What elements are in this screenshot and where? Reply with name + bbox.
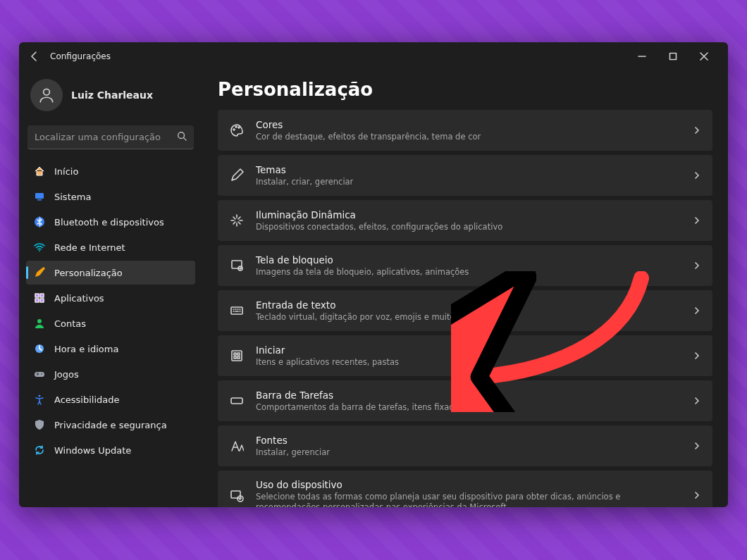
card-title: Fontes [256,435,681,446]
profile[interactable]: Luiz Charleaux [26,70,195,123]
sidebar-item-label: Windows Update [54,445,131,456]
chevron-right-icon [693,214,701,228]
settings-card-palette[interactable]: Cores Cor de destaque, efeitos de transp… [218,110,712,151]
svg-point-16 [233,129,235,130]
chevron-right-icon [693,124,701,137]
sidebar-item-time[interactable]: Hora e idioma [26,337,195,361]
wifi-icon [33,241,46,254]
svg-rect-26 [237,356,240,359]
maximize-button[interactable] [658,42,689,70]
svg-point-11 [37,319,42,323]
avatar [30,79,63,111]
svg-point-17 [235,126,237,127]
brush-icon [33,266,46,279]
chevron-right-icon [693,394,701,408]
keyboard-icon [229,303,245,318]
device-use-icon [229,488,245,504]
back-button[interactable] [29,51,40,62]
profile-name: Luiz Charleaux [71,89,153,101]
settings-card-taskbar[interactable]: Barra de Tarefas Comportamentos da barra… [218,380,712,421]
svg-rect-21 [231,307,242,314]
palette-icon [229,123,245,138]
close-button[interactable] [689,42,720,70]
time-icon [33,342,46,355]
card-description: Dispositivos conectados, efeitos, config… [256,222,681,232]
gaming-icon [33,368,46,380]
card-description: Teclado virtual, digitação por voz, emoj… [256,312,681,323]
sidebar-item-gaming[interactable]: Jogos [26,362,195,386]
settings-card-sparkle[interactable]: Iluminação Dinâmica Dispositivos conecta… [218,200,712,241]
sidebar-item-apps[interactable]: Aplicativos [26,286,195,310]
minimize-button[interactable] [626,42,658,70]
sidebar-item-wifi[interactable]: Rede e Internet [26,235,195,259]
font-icon [229,438,245,454]
window-title: Configurações [50,51,626,61]
card-description: Cor de destaque, efeitos de transparênci… [256,132,681,142]
card-title: Tela de bloqueio [256,254,681,266]
card-title: Barra de Tarefas [256,390,681,401]
sidebar-item-label: Privacidade e segurança [54,420,167,430]
card-description: Instalar, criar, gerenciar [256,177,681,187]
settings-card-pen[interactable]: Temas Instalar, criar, gerenciar [218,155,712,196]
card-description: Instalar, gerenciar [256,447,681,458]
account-icon [33,317,46,330]
search-icon [177,130,187,144]
main-content: Personalização Cores Cor de destaque, ef… [202,70,728,507]
settings-card-start[interactable]: Iniciar Itens e aplicativos recentes, pa… [218,335,712,376]
settings-card-font[interactable]: Fontes Instalar, gerenciar [218,425,712,466]
sidebar-item-update[interactable]: Windows Update [26,438,195,462]
sidebar-item-label: Acessibilidade [54,394,120,405]
sidebar-item-account[interactable]: Contas [26,311,195,335]
search-placeholder: Localizar uma configuração [35,132,177,142]
settings-cards: Cores Cor de destaque, efeitos de transp… [218,110,712,507]
page-heading: Personalização [218,79,712,100]
svg-point-14 [41,373,42,375]
svg-point-6 [39,250,40,251]
svg-rect-25 [234,356,236,359]
svg-rect-7 [35,294,39,297]
sidebar-item-accessibility[interactable]: Acessibilidade [26,387,195,411]
sidebar-item-label: Jogos [54,369,79,380]
svg-rect-13 [35,372,44,377]
svg-rect-3 [35,193,44,199]
sidebar-item-label: Aplicativos [54,293,104,304]
svg-rect-27 [231,398,242,404]
apps-icon [33,292,46,304]
card-title: Iluminação Dinâmica [256,209,681,220]
card-title: Iniciar [256,344,681,356]
svg-point-1 [44,89,50,95]
sidebar-item-home[interactable]: Início [26,159,195,183]
sidebar-item-brush[interactable]: Personalização [26,261,195,285]
svg-rect-8 [40,294,44,297]
lock-image-icon [229,258,245,273]
chevron-right-icon [693,259,701,273]
sidebar-item-label: Rede e Internet [54,242,125,253]
svg-point-18 [238,127,240,128]
settings-card-lock-image[interactable]: Tela de bloqueio Imagens da tela de bloq… [218,245,712,286]
settings-card-keyboard[interactable]: Entrada de texto Teclado virtual, digita… [218,290,712,331]
bluetooth-icon [33,216,46,228]
chevron-right-icon [693,489,701,502]
sidebar-item-label: Hora e idioma [54,344,118,354]
sidebar-item-bluetooth[interactable]: Bluetooth e dispositivos [26,210,195,234]
sidebar-item-shield[interactable]: Privacidade e segurança [26,413,195,437]
sidebar: Luiz Charleaux Localizar uma configuraçã… [19,70,202,507]
card-title: Entrada de texto [256,299,681,311]
start-icon [229,348,245,363]
chevron-right-icon [693,304,701,318]
card-description: Selecione todas as formas como planeja u… [256,492,681,507]
sparkle-icon [229,213,245,228]
accessibility-icon [33,393,46,406]
card-description: Imagens da tela de bloqueio, aplicativos… [256,267,681,278]
chevron-right-icon [693,440,701,453]
update-icon [33,444,46,456]
settings-card-device-use[interactable]: Uso do dispositivo Selecione todas as fo… [218,471,712,507]
sidebar-item-system[interactable]: Sistema [26,185,195,209]
card-title: Temas [256,164,681,175]
svg-rect-24 [237,353,240,355]
pen-icon [229,168,245,183]
sidebar-item-label: Sistema [54,192,91,202]
svg-rect-22 [232,351,242,361]
system-icon [33,190,46,203]
search-input[interactable]: Localizar uma configuração [27,125,194,149]
